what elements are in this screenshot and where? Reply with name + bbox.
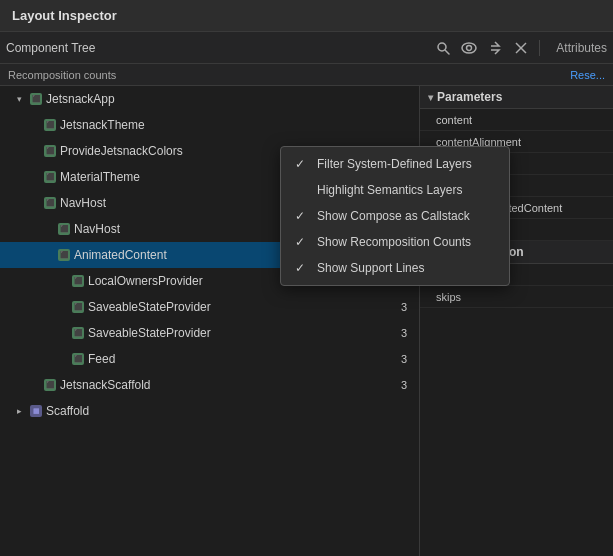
menu-item-filter-system[interactable]: ✓ Filter System-Defined Layers: [281, 151, 509, 177]
expand-arrow-scaffold[interactable]: ▸: [12, 404, 26, 418]
item-name-saveablestateprovider1: SaveableStateProvider: [88, 300, 385, 314]
tree-item-saveablestateprovider1[interactable]: ▸ ⬛ SaveableStateProvider 3: [0, 294, 419, 320]
dropdown-menu: ✓ Filter System-Defined Layers ✓ Highlig…: [280, 146, 510, 286]
svg-point-3: [467, 45, 472, 50]
tree-item-jetsnackscaffold[interactable]: ▸ ⬛ JetsnackScaffold 3: [0, 372, 419, 398]
item-name-jetsnackscaffold: JetsnackScaffold: [60, 378, 385, 392]
cube-icon-navhost2: ⬛: [57, 222, 71, 236]
menu-label-show-compose: Show Compose as Callstack: [317, 209, 470, 223]
recomposition-bar: Recomposition counts Rese...: [0, 64, 613, 86]
component-tree-label: Component Tree: [6, 41, 429, 55]
tree-item-jetsnackapp[interactable]: ▾ ⬛ JetsnackApp: [0, 86, 419, 112]
reset-link[interactable]: Rese...: [570, 69, 605, 81]
item-name-jetsnackapp: JetsnackApp: [46, 92, 385, 106]
parameters-chevron: ▾: [428, 92, 433, 103]
close-button[interactable]: [511, 38, 531, 58]
item-name-scaffold: Scaffold: [46, 404, 385, 418]
expand-arrow-jetsnackapp[interactable]: ▾: [12, 92, 26, 106]
toolbar-icons: Attributes: [433, 38, 607, 58]
title-label: Layout Inspector: [12, 8, 117, 23]
menu-label-show-recomposition: Show Recomposition Counts: [317, 235, 471, 249]
cube-icon-jetsnacktheme: ⬛: [43, 118, 57, 132]
toolbar-divider: [539, 40, 540, 56]
menu-label-filter-system: Filter System-Defined Layers: [317, 157, 472, 171]
main-content: ▾ ⬛ JetsnackApp ▸ ⬛ JetsnackTheme ▸ ⬛ Pr…: [0, 86, 613, 556]
menu-item-show-recomposition[interactable]: ✓ Show Recomposition Counts: [281, 229, 509, 255]
menu-item-show-compose[interactable]: ✓ Show Compose as Callstack: [281, 203, 509, 229]
tree-item-feed[interactable]: ▸ ⬛ Feed 3: [0, 346, 419, 372]
cube-icon-jetsnackscaffold: ⬛: [43, 378, 57, 392]
menu-check-show-support: ✓: [295, 261, 309, 275]
attributes-label: Attributes: [556, 41, 607, 55]
svg-point-2: [462, 43, 476, 53]
cube-icon-animatedcontent: ⬛: [57, 248, 71, 262]
menu-label-highlight-semantics: Highlight Semantics Layers: [317, 183, 462, 197]
item-count-saveablestateprovider2: 3: [385, 327, 415, 339]
item-name-jetsnacktheme: JetsnackTheme: [60, 118, 385, 132]
menu-item-show-support[interactable]: ✓ Show Support Lines: [281, 255, 509, 281]
svg-point-0: [438, 43, 446, 51]
layout-icon-scaffold: ▦: [29, 404, 43, 418]
menu-check-show-recomposition: ✓: [295, 235, 309, 249]
menu-item-highlight-semantics[interactable]: ✓ Highlight Semantics Layers: [281, 177, 509, 203]
item-count-saveablestateprovider1: 3: [385, 301, 415, 313]
updown-button[interactable]: [485, 38, 505, 58]
search-button[interactable]: [433, 38, 453, 58]
tree-item-scaffold[interactable]: ▸ ▦ Scaffold: [0, 398, 419, 424]
toolbar: Component Tree Attri: [0, 32, 613, 64]
attr-content: content: [420, 109, 613, 131]
cube-icon-localownersprovider: ⬛: [71, 274, 85, 288]
cube-icon-navhost1: ⬛: [43, 196, 57, 210]
menu-check-filter-system: ✓: [295, 157, 309, 171]
item-count-jetsnackscaffold: 3: [385, 379, 415, 391]
cube-icon-saveablestateprovider2: ⬛: [71, 326, 85, 340]
attr-skips: skips: [420, 286, 613, 308]
svg-line-1: [446, 50, 450, 54]
parameters-label: Parameters: [437, 90, 502, 104]
cube-icon-providejetsnackcolors: ⬛: [43, 144, 57, 158]
tree-item-saveablestateprovider2[interactable]: ▸ ⬛ SaveableStateProvider 3: [0, 320, 419, 346]
tree-item-jetsnacktheme[interactable]: ▸ ⬛ JetsnackTheme: [0, 112, 419, 138]
title-bar: Layout Inspector: [0, 0, 613, 32]
cube-icon-jetsnackapp: ⬛: [29, 92, 43, 106]
parameters-section-header[interactable]: ▾ Parameters: [420, 86, 613, 109]
recomposition-label: Recomposition counts: [8, 69, 116, 81]
menu-label-show-support: Show Support Lines: [317, 261, 424, 275]
eye-button[interactable]: [459, 38, 479, 58]
menu-check-show-compose: ✓: [295, 209, 309, 223]
cube-icon-materialtheme: ⬛: [43, 170, 57, 184]
item-count-feed: 3: [385, 353, 415, 365]
item-name-feed: Feed: [88, 352, 385, 366]
cube-icon-saveablestateprovider1: ⬛: [71, 300, 85, 314]
item-name-saveablestateprovider2: SaveableStateProvider: [88, 326, 385, 340]
cube-icon-feed: ⬛: [71, 352, 85, 366]
